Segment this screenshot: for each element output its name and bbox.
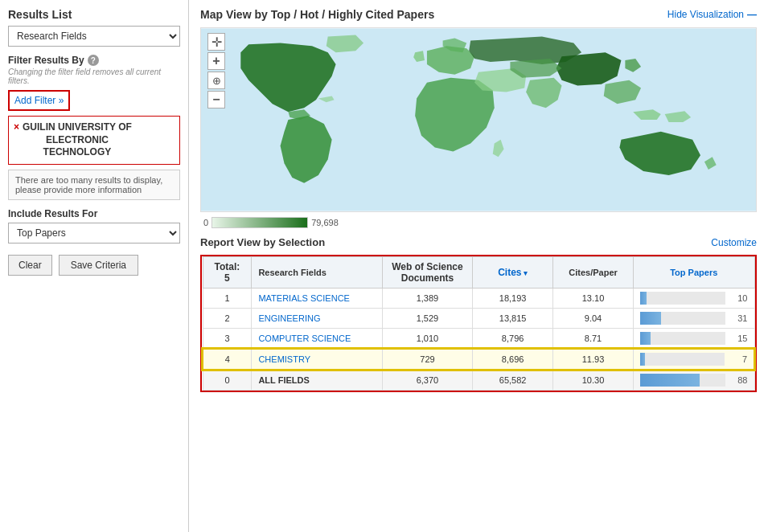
row-rank: 2 xyxy=(203,309,252,329)
table-row: 2 ENGINEERING 1,529 13,815 9.04 31 xyxy=(203,309,754,329)
left-panel: Results List Research Fields Authors Ins… xyxy=(0,0,189,532)
include-results-for-label: Include Results For xyxy=(8,208,180,219)
filter-tag: × GUILIN UNIVERSITY OFELECTRONICTECHNOLO… xyxy=(14,121,175,159)
row-docs: 1,389 xyxy=(382,289,472,309)
report-header: Report View by Selection Customize xyxy=(200,236,757,248)
total-label: Total: xyxy=(215,261,240,272)
bottom-buttons: Clear Save Criteria xyxy=(8,255,180,276)
help-icon[interactable]: ? xyxy=(88,55,99,66)
add-filter-box[interactable]: Add Filter xyxy=(8,90,70,111)
row-cites-paper: 9.04 xyxy=(553,309,634,329)
too-many-message: There are too many results to display, p… xyxy=(8,170,180,200)
right-panel: Map View by Top / Hot / Highly Cited Pap… xyxy=(189,0,768,532)
row-field[interactable]: ENGINEERING xyxy=(252,309,382,329)
filter-remove-icon[interactable]: × xyxy=(14,121,19,133)
th-web-of-science: Web of Science Documents xyxy=(382,257,472,289)
results-list-dropdown[interactable]: Research Fields Authors Institutions Cou… xyxy=(8,26,180,47)
zoom-in-button[interactable]: + xyxy=(207,52,225,70)
row-docs: 1,010 xyxy=(382,329,472,350)
report-view-title: Report View by Selection xyxy=(200,236,325,248)
row-field[interactable]: MATERIALS SCIENCE xyxy=(252,289,382,309)
row-cites-paper: 13.10 xyxy=(553,289,634,309)
pan-button[interactable]: ✛ xyxy=(207,33,225,51)
zoom-out-button[interactable]: − xyxy=(207,91,225,108)
data-table: Total: 5 Research Fields Web of Science … xyxy=(202,256,755,391)
row-rank: 4 xyxy=(203,349,252,370)
row-field[interactable]: COMPUTER SCIENCE xyxy=(252,329,382,350)
th-total: Total: 5 xyxy=(203,257,252,289)
results-list-title: Results List xyxy=(8,8,180,21)
filter-tag-text: GUILIN UNIVERSITY OFELECTRONICTECHNOLOGY xyxy=(23,121,132,159)
map-controls: ✛ + ⊕ − xyxy=(207,33,225,108)
hide-viz-icon: — xyxy=(747,9,757,20)
clear-button[interactable]: Clear xyxy=(8,255,52,276)
row-docs: 729 xyxy=(382,349,472,370)
row-field[interactable]: CHEMISTRY xyxy=(252,349,382,370)
include-results-dropdown[interactable]: Top Papers Hot Papers Highly Cited Paper… xyxy=(8,223,180,243)
table-body: 1 MATERIALS SCIENCE 1,389 18,193 13.10 1… xyxy=(203,289,754,391)
row-cites: 8,796 xyxy=(473,329,553,350)
table-row: 1 MATERIALS SCIENCE 1,389 18,193 13.10 1… xyxy=(203,289,754,309)
map-title: Map View by Top / Hot / Highly Cited Pap… xyxy=(200,8,434,21)
save-criteria-button[interactable]: Save Criteria xyxy=(59,255,138,276)
row-rank: 1 xyxy=(203,289,252,309)
row-field[interactable]: ALL FIELDS xyxy=(252,370,382,391)
row-docs: 6,370 xyxy=(382,370,472,391)
row-rank: 3 xyxy=(203,329,252,350)
row-top-papers: 15 xyxy=(633,329,754,350)
total-count: 5 xyxy=(224,272,230,284)
scale-max: 79,698 xyxy=(311,218,339,227)
globe-button[interactable]: ⊕ xyxy=(207,72,225,89)
color-scale: 0 79,698 xyxy=(200,217,757,228)
table-row: 3 COMPUTER SCIENCE 1,010 8,796 8.71 15 xyxy=(203,329,754,350)
filter-results-by-label: Filter Results By ? xyxy=(8,55,180,66)
customize-link[interactable]: Customize xyxy=(711,237,757,248)
table-row: 4 CHEMISTRY 729 8,696 11.93 7 xyxy=(203,349,754,370)
add-filter-link[interactable]: Add Filter xyxy=(14,95,64,106)
row-cites: 18,193 xyxy=(473,289,553,309)
th-cites[interactable]: Cites xyxy=(473,257,553,289)
world-map xyxy=(201,28,756,211)
row-top-papers: 88 xyxy=(633,370,754,391)
row-cites: 65,582 xyxy=(473,370,553,391)
filter-note: Changing the filter field removes all cu… xyxy=(8,68,180,85)
th-cites-paper: Cites/Paper xyxy=(553,257,634,289)
map-container[interactable]: ✛ + ⊕ − xyxy=(200,27,757,212)
cites-sort-label[interactable]: Cites xyxy=(498,267,528,278)
row-top-papers: 10 xyxy=(633,289,754,309)
row-cites-paper: 10.30 xyxy=(553,370,634,391)
row-top-papers: 31 xyxy=(633,309,754,329)
row-docs: 1,529 xyxy=(382,309,472,329)
th-research-fields: Research Fields xyxy=(252,257,382,289)
row-top-papers: 7 xyxy=(633,349,754,370)
row-rank: 0 xyxy=(203,370,252,391)
row-cites-paper: 11.93 xyxy=(553,349,634,370)
right-header: Map View by Top / Hot / Highly Cited Pap… xyxy=(200,8,757,21)
scale-gradient xyxy=(212,217,308,228)
hide-viz-label: Hide Visualization xyxy=(667,9,744,20)
row-cites-paper: 8.71 xyxy=(553,329,634,350)
row-cites: 13,815 xyxy=(473,309,553,329)
table-row: 0 ALL FIELDS 6,370 65,582 10.30 88 xyxy=(203,370,754,391)
hide-visualization-button[interactable]: Hide Visualization — xyxy=(667,9,757,20)
row-cites: 8,696 xyxy=(473,349,553,370)
scale-min: 0 xyxy=(203,218,208,227)
table-outer-border: Total: 5 Research Fields Web of Science … xyxy=(200,255,757,392)
filter-tag-area: × GUILIN UNIVERSITY OFELECTRONICTECHNOLO… xyxy=(8,116,180,165)
table-header-row: Total: 5 Research Fields Web of Science … xyxy=(203,257,754,289)
th-top-papers: Top Papers xyxy=(633,257,754,289)
